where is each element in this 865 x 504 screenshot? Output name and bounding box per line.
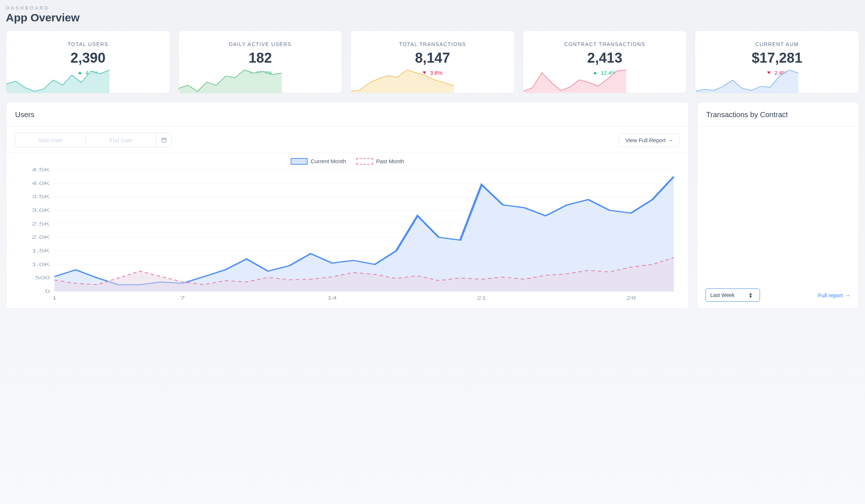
svg-text:1.0K: 1.0K: [32, 262, 50, 267]
sparkline: [695, 69, 798, 93]
users-chart: 05001.0K1.5K2.0K2.5K3.0K3.5K4.0K4.5K1714…: [14, 166, 681, 302]
stat-card-contract-transactions[interactable]: CONTRACT TRANSACTIONS2,413 12.4%: [523, 31, 687, 93]
stat-card-total-transactions[interactable]: TOTAL TRANSACTIONS8,147 3.8%: [350, 31, 515, 93]
svg-text:28: 28: [626, 295, 636, 300]
svg-text:4.0K: 4.0K: [32, 181, 50, 186]
users-panel-title: Users: [6, 102, 689, 127]
stat-value: 8,147: [351, 50, 514, 66]
range-select[interactable]: Last Week ▲▼: [705, 288, 760, 302]
svg-text:21: 21: [477, 295, 487, 300]
date-range-picker: [15, 133, 172, 147]
legend-swatch-past: [356, 158, 373, 165]
calendar-icon[interactable]: [156, 133, 171, 147]
stat-card-current-aum[interactable]: CURRENT AUM$17,281 2.4%: [695, 31, 859, 93]
page-title: App Overview: [6, 11, 859, 24]
legend-label-current: Current Month: [311, 158, 346, 164]
stat-card-daily-active-users[interactable]: DAILY ACTIVE USERS182 12.4%: [178, 31, 343, 93]
transactions-by-contract-panel: Transactions by Contract Last Week ▲▼ Fu…: [697, 102, 859, 309]
full-report-label: Full report: [818, 292, 843, 298]
stat-label: CONTRACT TRANSACTIONS: [523, 31, 687, 47]
svg-rect-0: [162, 138, 166, 142]
arrow-right-icon: →: [668, 137, 673, 143]
arrow-right-icon: →: [845, 292, 851, 298]
stat-card-row: TOTAL USERS2,390 4.7%DAILY ACTIVE USERS1…: [6, 31, 859, 93]
stat-card-total-users[interactable]: TOTAL USERS2,390 4.7%: [6, 31, 170, 93]
svg-text:0: 0: [45, 289, 50, 294]
stat-label: TOTAL TRANSACTIONS: [351, 31, 514, 47]
svg-text:4.5K: 4.5K: [32, 167, 50, 172]
svg-text:3.5K: 3.5K: [32, 195, 50, 199]
svg-text:14: 14: [327, 295, 337, 300]
legend-swatch-current: [291, 158, 308, 165]
range-select-value: Last Week: [710, 292, 735, 298]
transactions-body: [697, 127, 859, 283]
page-eyebrow: DASHBOARD: [6, 5, 859, 11]
stat-value: $17,281: [695, 50, 859, 66]
stat-label: CURRENT AUM: [695, 31, 859, 47]
svg-text:7: 7: [180, 295, 185, 300]
svg-text:2.5K: 2.5K: [32, 221, 50, 226]
stat-value: 182: [179, 50, 342, 66]
stat-label: TOTAL USERS: [6, 31, 170, 47]
users-toolbar: View Full Report →: [6, 127, 689, 153]
sparkline: [351, 69, 454, 93]
stat-label: DAILY ACTIVE USERS: [179, 31, 342, 47]
chart-legend: Current Month Past Month: [14, 158, 681, 165]
full-report-link[interactable]: Full report →: [818, 292, 851, 298]
stat-value: 2,413: [523, 50, 687, 66]
view-full-report-label: View Full Report: [625, 137, 666, 143]
svg-text:1.5K: 1.5K: [32, 248, 50, 253]
view-full-report-button[interactable]: View Full Report →: [619, 133, 680, 147]
legend-label-past: Past Month: [376, 158, 404, 164]
users-panel: Users View Full Report → Current Month P…: [6, 102, 689, 309]
svg-text:500: 500: [35, 276, 50, 280]
svg-text:2.0K: 2.0K: [32, 235, 50, 240]
stat-value: 2,390: [6, 50, 170, 66]
transactions-panel-title: Transactions by Contract: [697, 102, 859, 127]
sort-icon: ▲▼: [749, 292, 753, 298]
svg-text:3.0K: 3.0K: [32, 208, 50, 213]
end-date-input[interactable]: [86, 133, 156, 147]
sparkline: [523, 69, 626, 93]
sparkline: [6, 69, 109, 93]
sparkline: [179, 69, 282, 93]
svg-text:1: 1: [52, 295, 57, 300]
start-date-input[interactable]: [15, 133, 85, 147]
